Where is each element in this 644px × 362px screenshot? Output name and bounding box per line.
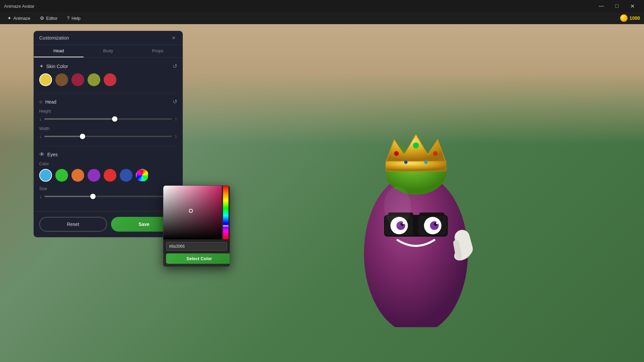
head-title-row: ○ Head [39, 99, 56, 105]
maximize-button[interactable]: □ [609, 0, 625, 12]
height-increase-arrow[interactable]: ↑ [175, 116, 177, 122]
tab-props[interactable]: Props [133, 45, 182, 57]
panel-content: ✦ Skin Color ↺ ○ Head ↺ [34, 58, 182, 211]
height-slider-fill [44, 118, 115, 120]
menu-help[interactable]: ? Help [64, 14, 84, 22]
skin-color-title-row: ✦ Skin Color [39, 63, 68, 69]
eyes-title: Eyes [47, 152, 58, 157]
color-picker-popup: Select Color [163, 185, 230, 267]
head-icon: ○ [39, 99, 43, 105]
color-picker-cursor [189, 209, 193, 213]
editor-icon: ⚙ [40, 15, 44, 21]
width-label: Width [39, 126, 177, 131]
coins-amount: 1000 [630, 15, 640, 21]
tab-body[interactable]: Body [84, 45, 133, 57]
menubar: ✦ Animaze ⚙ Editor ? Help ● 1000 [0, 12, 644, 24]
menu-editor-label: Editor [46, 16, 58, 21]
eye-size-decrease-arrow[interactable]: ↓ [39, 194, 42, 199]
eyes-color-swatches [39, 169, 177, 182]
minimize-button[interactable]: — [594, 0, 609, 12]
height-label: Height [39, 109, 177, 114]
head-title: Head [45, 99, 56, 105]
eyes-section: 👁 Eyes Color Size ↓ [39, 152, 177, 199]
eye-size-slider-track[interactable] [44, 196, 172, 197]
eye-swatch-rainbow[interactable] [136, 169, 149, 182]
panel-header: Customization ✕ [34, 31, 182, 45]
menu-help-label: Help [71, 16, 80, 21]
select-color-button[interactable]: Select Color [166, 253, 230, 264]
skin-color-title: Skin Color [46, 64, 68, 69]
eye-size-slider-section: Size ↓ ↑ [39, 186, 177, 199]
close-button[interactable]: ✕ [625, 0, 640, 12]
width-slider-section: Width ↓ ↑ [39, 126, 177, 139]
eye-swatch-2[interactable] [71, 169, 84, 182]
height-slider-thumb[interactable] [112, 116, 117, 122]
head-reset-button[interactable]: ↺ [173, 99, 177, 105]
width-decrease-arrow[interactable]: ↓ [39, 134, 42, 139]
width-slider-thumb[interactable] [80, 134, 85, 139]
help-icon: ? [67, 15, 70, 21]
width-increase-arrow[interactable]: ↑ [175, 134, 177, 139]
eyes-title-row: 👁 Eyes [39, 152, 58, 158]
titlebar: Animaze Avatar — □ ✕ [0, 0, 644, 12]
panel-close-button[interactable]: ✕ [170, 35, 177, 41]
head-section-header: ○ Head ↺ [39, 99, 177, 105]
divider-2 [39, 146, 177, 146]
eye-swatch-0[interactable] [39, 169, 52, 182]
eye-size-slider-fill [44, 196, 93, 197]
height-slider-row: ↓ ↑ [39, 116, 177, 122]
skin-swatch-3[interactable] [88, 73, 100, 86]
color-gradient-canvas[interactable] [163, 186, 222, 239]
eye-size-slider-row: ↓ ↑ [39, 194, 177, 199]
hue-bar[interactable] [223, 186, 228, 239]
skin-color-section: ✦ Skin Color ↺ [39, 63, 177, 86]
menu-editor[interactable]: ⚙ Editor [37, 14, 61, 22]
animaze-icon: ✦ [7, 15, 11, 21]
picker-input-row [163, 239, 230, 253]
width-slider-track[interactable] [44, 136, 172, 137]
coins-display: ● 1000 [620, 14, 640, 22]
color-picker-gradient-wrapper [163, 186, 230, 239]
height-decrease-arrow[interactable]: ↓ [39, 116, 42, 122]
window-controls: — □ ✕ [594, 0, 640, 12]
skin-color-header: ✦ Skin Color ↺ [39, 63, 177, 69]
reset-button[interactable]: Reset [39, 217, 107, 232]
panel-title: Customization [39, 35, 69, 41]
panel-tabs: Head Body Props [34, 45, 182, 58]
skin-swatch-2[interactable] [71, 73, 84, 86]
customization-panel: Customization ✕ Head Body Props ✦ Skin C… [34, 31, 183, 237]
coin-icon: ● [620, 14, 628, 22]
skin-swatch-4[interactable] [104, 73, 116, 86]
width-slider-fill [44, 136, 83, 137]
eye-size-label: Size [39, 186, 177, 191]
eyes-icon: 👁 [39, 152, 45, 158]
eyes-section-header: 👁 Eyes [39, 152, 177, 158]
eye-swatch-5[interactable] [120, 169, 132, 182]
app-title: Animaze Avatar [4, 4, 35, 9]
eyes-color-label: Color [39, 162, 177, 166]
panel-footer: Reset Save [34, 211, 182, 237]
eye-swatch-1[interactable] [55, 169, 68, 182]
tab-head[interactable]: Head [34, 45, 84, 57]
menu-animaze[interactable]: ✦ Animaze [4, 14, 34, 22]
eye-swatch-4[interactable] [104, 169, 116, 182]
skin-color-swatches [39, 73, 177, 86]
height-slider-section: Height ↓ ↑ [39, 109, 177, 122]
head-section: ○ Head ↺ Height ↓ ↑ Width [39, 99, 177, 139]
divider-1 [39, 93, 177, 93]
eye-swatch-3[interactable] [88, 169, 100, 182]
skin-swatch-1[interactable] [55, 73, 68, 86]
height-slider-track[interactable] [44, 118, 172, 120]
eye-size-slider-thumb[interactable] [90, 194, 96, 199]
hue-indicator [223, 226, 228, 227]
hex-input[interactable] [166, 242, 227, 251]
width-slider-row: ↓ ↑ [39, 134, 177, 139]
skin-color-reset-button[interactable]: ↺ [173, 63, 177, 69]
skin-swatch-0[interactable] [39, 73, 52, 86]
menu-animaze-label: Animaze [13, 16, 31, 21]
skin-color-icon: ✦ [39, 63, 44, 69]
